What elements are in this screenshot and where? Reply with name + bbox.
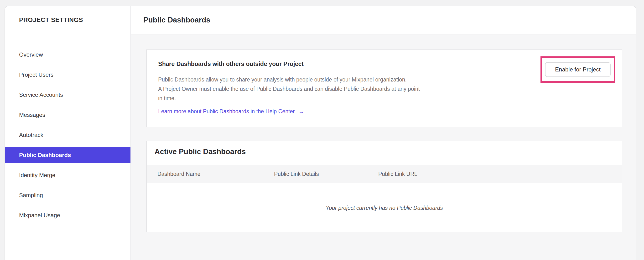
project-settings-sidebar: PROJECT SETTINGS OverviewProject UsersSe…	[5, 6, 131, 260]
active-dashboards-card: Active Public Dashboards Dashboard Name …	[146, 141, 622, 232]
settings-window: PROJECT SETTINGS OverviewProject UsersSe…	[4, 6, 636, 260]
sidebar-item-autotrack[interactable]: Autotrack	[5, 127, 130, 143]
sidebar-title: PROJECT SETTINGS	[19, 16, 83, 24]
sidebar-item-service-accounts[interactable]: Service Accounts	[5, 87, 130, 103]
sidebar-item-messages[interactable]: Messages	[5, 107, 130, 123]
empty-state-message: Your project currently has no Public Das…	[147, 184, 622, 232]
description-line: A Project Owner must enable the use of P…	[158, 84, 420, 94]
page-header: Public Dashboards	[131, 6, 636, 34]
sidebar-item-mixpanel-usage[interactable]: Mixpanel Usage	[5, 207, 130, 223]
page-body: Share Dashboards with others outside you…	[131, 34, 636, 260]
share-card-heading: Share Dashboards with others outside you…	[158, 60, 304, 67]
help-center-link[interactable]: Learn more about Public Dashboards in th…	[158, 108, 295, 115]
column-header-public-link-details: Public Link Details	[274, 171, 378, 177]
column-header-dashboard-name: Dashboard Name	[158, 171, 274, 177]
annotation-highlight-box: Enable for Project	[540, 56, 615, 83]
column-header-public-link-url: Public Link URL	[378, 171, 622, 177]
sidebar-item-project-users[interactable]: Project Users	[5, 67, 130, 83]
arrow-right-icon: →	[299, 108, 304, 115]
page-title: Public Dashboards	[143, 16, 210, 24]
sidebar-item-identity-merge[interactable]: Identity Merge	[5, 167, 130, 183]
main-panel: Public Dashboards Share Dashboards with …	[131, 6, 636, 260]
sidebar-nav: OverviewProject UsersService AccountsMes…	[5, 47, 130, 227]
share-dashboards-card: Share Dashboards with others outside you…	[146, 49, 622, 127]
description-line: in time.	[158, 94, 420, 103]
description-line: Public Dashboards allow you to share you…	[158, 75, 420, 84]
help-center-link-row: Learn more about Public Dashboards in th…	[158, 108, 304, 115]
sidebar-item-sampling[interactable]: Sampling	[5, 187, 130, 203]
table-header-row: Dashboard Name Public Link Details Publi…	[147, 165, 622, 183]
sidebar-item-public-dashboards[interactable]: Public Dashboards	[5, 147, 130, 163]
sidebar-item-overview[interactable]: Overview	[5, 47, 130, 63]
active-dashboards-heading: Active Public Dashboards	[154, 148, 246, 156]
enable-for-project-button[interactable]: Enable for Project	[545, 62, 610, 77]
share-card-description: Public Dashboards allow you to share you…	[158, 75, 420, 103]
